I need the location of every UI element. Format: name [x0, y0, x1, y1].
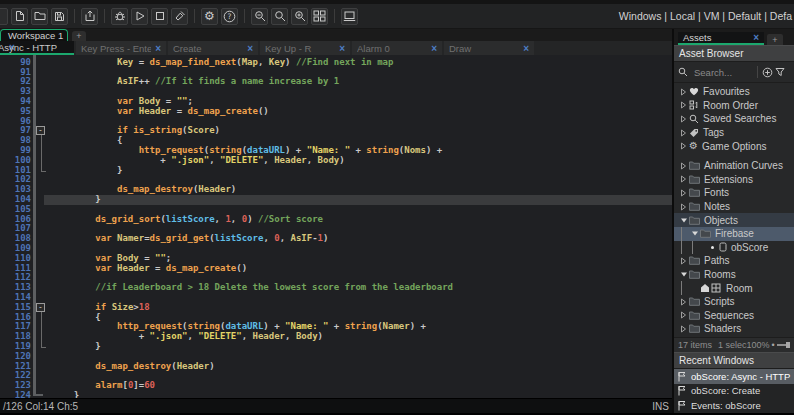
code-line-121[interactable]: 121 ds_map_destroy(Header)	[0, 362, 672, 372]
code-line-108[interactable]: 108 var Namer=ds_grid_get(listScore, 0, …	[0, 234, 672, 244]
tree-item-fonts[interactable]: Fonts	[674, 186, 794, 200]
chevron-right-icon[interactable]	[680, 101, 689, 109]
close-icon[interactable]: ×	[339, 43, 345, 54]
slider-handle[interactable]	[786, 342, 790, 348]
tree-item-favourites[interactable]: Favourites	[674, 85, 794, 99]
code-line-119[interactable]: 119 }	[0, 342, 672, 352]
recent-window-item[interactable]: Events: obScore	[674, 398, 794, 413]
tree-item-saved-searches[interactable]: Saved Searches	[674, 112, 794, 126]
code-line-103[interactable]: 103 ds_map_destroy(Header)	[0, 185, 672, 195]
tree-item-notes[interactable]: Notes	[674, 200, 794, 214]
tree-item-firebase[interactable]: Firebase	[674, 227, 794, 241]
chevron-down-icon[interactable]	[680, 217, 689, 224]
code-line-92[interactable]: 92 AsIF++ //If it finds a name increase …	[0, 77, 672, 87]
chevron-right-icon[interactable]	[680, 257, 689, 265]
code-line-113[interactable]: 113 //if Leaderboard > 18 Delete the low…	[0, 283, 672, 293]
chevron-right-icon[interactable]	[680, 325, 689, 333]
chevron-right-icon[interactable]	[680, 189, 689, 197]
editor-tab-create[interactable]: Create×	[168, 41, 258, 55]
tree-item-paths[interactable]: Paths	[674, 254, 794, 268]
code-line-124[interactable]: 124 }	[0, 391, 672, 398]
fold-collapse-icon[interactable]: -	[36, 126, 45, 135]
line-number[interactable]: 124	[0, 391, 31, 398]
code-line-118[interactable]: 118 + ".json", "DELETE", Header, Body)	[0, 332, 672, 342]
code-text: Key = ds_map_find_next(Map, Key) //Find …	[44, 58, 672, 68]
clean-button[interactable]	[171, 8, 188, 25]
add-panel-button[interactable]: +	[767, 34, 783, 45]
search-input[interactable]	[692, 66, 754, 79]
editor-tab-label: Async - HTTP	[0, 42, 57, 53]
code-line-95[interactable]: 95 var Header = ds_map_create()	[0, 107, 672, 117]
tree-item-objects[interactable]: Objects	[674, 213, 794, 227]
fold-collapse-icon[interactable]: -	[36, 303, 45, 312]
help-button[interactable]: ?	[221, 8, 238, 25]
close-icon[interactable]: ×	[247, 43, 253, 54]
close-icon[interactable]: ×	[523, 43, 529, 54]
code-line-111[interactable]: 111 var Header = ds_map_create()	[0, 264, 672, 274]
filter-icon[interactable]	[775, 67, 785, 77]
recent-window-item[interactable]: obScore: Create	[674, 384, 794, 399]
new-project-button[interactable]	[11, 8, 28, 25]
recent-window-item[interactable]: obScore: Async - HTTP	[674, 369, 794, 384]
chevron-right-icon[interactable]	[680, 142, 689, 150]
tree-item-tags[interactable]: Tags	[674, 126, 794, 140]
chevron-right-icon[interactable]	[680, 203, 689, 211]
runtime-target-text[interactable]: Windows | Local | VM | Default | Defa	[619, 4, 792, 28]
chevron-down-icon[interactable]	[691, 230, 700, 237]
zoom-out-button[interactable]	[251, 8, 268, 25]
code-line-115[interactable]: 115 if Size>18	[0, 303, 672, 313]
run-button[interactable]	[131, 8, 148, 25]
search-icon	[689, 114, 699, 124]
tree-item-rooms[interactable]: Rooms	[674, 268, 794, 282]
close-icon[interactable]: ×	[431, 43, 437, 54]
code-line-101[interactable]: 101 }	[0, 166, 672, 176]
code-line-104[interactable]: 104 }	[0, 195, 672, 205]
code-editor[interactable]: 8990 Key = ds_map_find_next(Map, Key) //…	[0, 55, 672, 398]
chevron-right-icon[interactable]	[680, 162, 689, 170]
chevron-right-icon[interactable]	[680, 88, 689, 96]
close-icon[interactable]: ×	[753, 32, 759, 43]
code-text: if Size>18	[44, 303, 672, 313]
tree-item-sequences[interactable]: Sequences	[674, 309, 794, 323]
tree-item-extensions[interactable]: Extensions	[674, 173, 794, 187]
tree-item-room-order[interactable]: Room Order	[674, 99, 794, 113]
editor-tab-alarm-0[interactable]: Alarm 0×	[352, 41, 442, 55]
zoom-slider[interactable]	[777, 344, 790, 346]
editor-tab-key-up-r[interactable]: Key Up - R×	[260, 41, 350, 55]
chevron-down-icon[interactable]	[680, 271, 689, 278]
editor-tab-draw[interactable]: Draw×	[444, 41, 534, 55]
tab-workspace-1[interactable]: Workspace 1	[0, 29, 68, 41]
chevron-right-icon[interactable]	[680, 298, 689, 306]
windows-layout-button[interactable]	[311, 8, 328, 25]
zoom-in-button[interactable]	[291, 8, 308, 25]
chevron-right-icon[interactable]	[680, 115, 689, 123]
gamemaker-logo-icon[interactable]	[0, 8, 8, 25]
chevron-right-icon[interactable]	[680, 311, 689, 319]
tree-item-obscore[interactable]: obScore	[674, 241, 794, 255]
editor-tab-async-http[interactable]: Async - HTTP×	[0, 41, 74, 55]
tree-item-room[interactable]: Room	[674, 281, 794, 295]
chevron-right-icon[interactable]	[680, 129, 689, 137]
add-workspace-button[interactable]: +	[72, 31, 86, 41]
code-line-90[interactable]: 90 Key = ds_map_find_next(Map, Key) //Fi…	[0, 58, 672, 68]
code-line-106[interactable]: 106 ds_grid_sort(listScore, 1, 0) //Sort…	[0, 215, 672, 225]
target-device-button[interactable]	[341, 8, 358, 25]
save-project-button[interactable]	[51, 8, 68, 25]
stop-button[interactable]	[151, 8, 168, 25]
create-executable-button[interactable]	[81, 8, 98, 25]
open-project-button[interactable]	[31, 8, 48, 25]
close-icon[interactable]: ×	[155, 43, 161, 54]
tree-item-label: Extensions	[704, 174, 753, 185]
tab-assets[interactable]: Assets ×	[678, 32, 764, 45]
tree-item-animation-curves[interactable]: Animation Curves	[674, 159, 794, 173]
add-asset-icon[interactable]	[762, 67, 773, 78]
debug-button[interactable]	[111, 8, 128, 25]
zoom-reset-button[interactable]	[271, 8, 288, 25]
chevron-right-icon[interactable]	[680, 175, 689, 183]
editor-tab-key-press-enter[interactable]: Key Press - Enter×	[76, 41, 166, 55]
tree-item-game-options[interactable]: ⚙Game Options	[674, 139, 794, 153]
settings-button[interactable]: ⚙	[201, 8, 218, 25]
code-line-123[interactable]: 123 alarm[0]=60	[0, 381, 672, 391]
tree-item-shaders[interactable]: Shaders	[674, 322, 794, 336]
tree-item-scripts[interactable]: Scripts	[674, 295, 794, 309]
